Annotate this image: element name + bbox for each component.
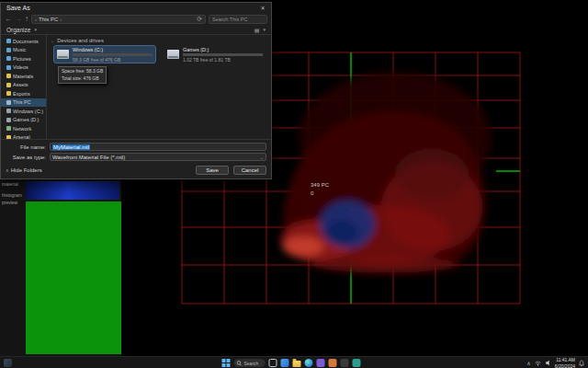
sidebar-item-materials[interactable]: Materials (1, 72, 46, 81)
save-as-type-row: Save as type: Wavefront Material File (*… (6, 153, 266, 161)
organize-button[interactable]: Organize (6, 27, 30, 33)
sidebar-item-this-pc[interactable]: This PC (1, 98, 46, 108)
app-icon-dark[interactable] (340, 359, 348, 367)
search-label: Search (243, 361, 258, 366)
music-icon (6, 48, 11, 52)
file-name-input[interactable]: MyMaterial.mtl (50, 143, 266, 151)
pictures-icon (6, 56, 11, 61)
search-box[interactable] (209, 15, 267, 24)
save-button[interactable]: Save (196, 166, 229, 175)
breadcrumb-this-pc[interactable]: This PC (39, 17, 58, 22)
dialog-body: Documents Music Pictures Videos Material… (1, 35, 271, 139)
sidebar-item-windows-c[interactable]: Windows (C:) (1, 107, 46, 116)
drive-icon (6, 109, 11, 113)
sidebar-item-label: Materials (13, 74, 33, 79)
notification-bell-icon[interactable] (579, 360, 584, 367)
network-icon (6, 126, 11, 131)
drive-name: Windows (C:) (73, 47, 153, 52)
drive-info: Windows (C:) 58.3 GB free of 476 GB (73, 47, 153, 63)
file-list-pane: ⌄ Devices and drives Windows (C:) 58.3 G… (47, 35, 271, 139)
breadcrumb[interactable]: › This PC › ⟳ (31, 15, 206, 24)
hide-folders-button[interactable]: ∧ Hide Folders (6, 167, 42, 173)
app-icon-orange[interactable] (328, 359, 336, 367)
taskbar-search[interactable]: Search (233, 359, 265, 367)
videos-icon (6, 65, 11, 70)
devices-and-drives-header[interactable]: ⌄ Devices and drives (51, 38, 267, 43)
app-icon-teal[interactable] (352, 359, 360, 367)
tray-date: 6/20/2024 (555, 363, 575, 368)
refresh-icon[interactable]: ⟳ (197, 16, 202, 23)
drive-free-text: 1.02 TB free of 1.81 TB (183, 57, 263, 63)
back-icon[interactable]: ← (5, 16, 12, 23)
file-name-row: File name: MyMaterial.mtl (6, 143, 266, 151)
app-icon-purple[interactable] (316, 359, 324, 367)
sidebar-item-games-d[interactable]: Games (D:) (1, 116, 46, 125)
sidebar-item-label: Assets (13, 82, 28, 87)
corner-app-icon[interactable] (4, 359, 12, 367)
chevron-down-icon[interactable]: ▾ (263, 27, 266, 32)
sidebar-item-documents[interactable]: Documents (1, 37, 46, 46)
save-as-type-value: Wavefront Material File (*.mtl) (52, 155, 125, 160)
drive-windows-c[interactable]: Windows (C:) 58.3 GB free of 476 GB (54, 46, 155, 63)
folder-icon (6, 74, 11, 78)
drive-name: Games (D:) (183, 47, 263, 52)
file-name-label: File name: (6, 144, 46, 150)
sidebar-item-label: Documents (13, 39, 39, 44)
task-view-button[interactable] (268, 359, 277, 367)
sidebar-item-label: Videos (13, 64, 28, 70)
drive-usage-bar (183, 53, 263, 56)
system-tray: ∧ 11:41 AM 6/20/2024 (526, 357, 584, 368)
sidebar-item-assets[interactable]: Assets (1, 81, 46, 90)
sidebar-item-videos[interactable]: Videos (1, 63, 46, 73)
sidebar-item-label: Windows (C:) (13, 109, 43, 114)
navigation-tree: Documents Music Pictures Videos Material… (1, 35, 47, 139)
drive-usage-bar (73, 53, 153, 56)
sidebar-item-label: Games (D:) (13, 117, 39, 122)
windows-logo-icon (221, 359, 230, 367)
hud-zero: 0 (311, 190, 329, 198)
drive-icon (167, 50, 179, 59)
volume-icon[interactable] (545, 360, 551, 366)
desktop: 349 PC 0 material histogram preview Save… (0, 0, 588, 368)
start-button[interactable] (221, 359, 230, 367)
sidebar-item-label: Exports (13, 91, 30, 97)
drive-info: Games (D:) 1.02 TB free of 1.81 TB (183, 47, 263, 63)
clock[interactable]: 11:41 AM 6/20/2024 (555, 357, 575, 368)
tray-time: 11:41 AM (555, 357, 575, 362)
dialog-button-row: ∧ Hide Folders Save Cancel (6, 165, 266, 175)
histogram-label: histogram (2, 192, 22, 200)
dialog-navbar: ← → ↑ › This PC › ⟳ (1, 13, 271, 25)
green-preview-area[interactable] (26, 201, 121, 354)
dialog-titlebar[interactable]: Save As ✕ (1, 3, 271, 13)
sidebar-item-pictures[interactable]: Pictures (1, 54, 46, 63)
chevron-up-icon: ∧ (6, 167, 9, 173)
up-icon[interactable]: ↑ (25, 16, 28, 23)
taskbar: Search ∧ 11:41 AM 6/20/2024 (0, 356, 588, 368)
drive-tooltip: Space free: 58.3 GB Total size: 476 GB (58, 66, 107, 84)
file-explorer-icon[interactable] (292, 361, 300, 367)
search-input[interactable] (212, 17, 264, 22)
save-as-type-select[interactable]: Wavefront Material File (*.mtl) ⌄ (50, 153, 266, 161)
scanned-object-mesh[interactable] (280, 72, 492, 274)
wifi-icon[interactable] (535, 361, 541, 366)
close-icon[interactable]: ✕ (254, 3, 271, 13)
drive-icon (6, 118, 11, 122)
dialog-title: Save As (6, 5, 254, 11)
views-icon[interactable]: ▤ (254, 27, 260, 33)
drive-icon (57, 50, 69, 59)
sidebar-item-label: This PC (13, 99, 31, 105)
edge-browser-icon[interactable] (304, 359, 312, 367)
documents-icon (6, 39, 11, 43)
sidebar-item-label: Music (13, 47, 26, 52)
tray-chevron-up-icon[interactable]: ∧ (526, 361, 530, 366)
action-buttons: Save Cancel (196, 166, 266, 175)
sidebar-item-network[interactable]: Network (1, 124, 46, 133)
hide-folders-label: Hide Folders (11, 167, 42, 173)
widgets-icon[interactable] (280, 359, 288, 367)
histogram-bar[interactable] (26, 181, 119, 200)
forward-icon[interactable]: → (15, 16, 22, 23)
sidebar-item-music[interactable]: Music (1, 46, 46, 55)
cancel-button[interactable]: Cancel (233, 166, 266, 175)
sidebar-item-exports[interactable]: Exports (1, 89, 46, 98)
drive-games-d[interactable]: Games (D:) 1.02 TB free of 1.81 TB (164, 46, 266, 63)
